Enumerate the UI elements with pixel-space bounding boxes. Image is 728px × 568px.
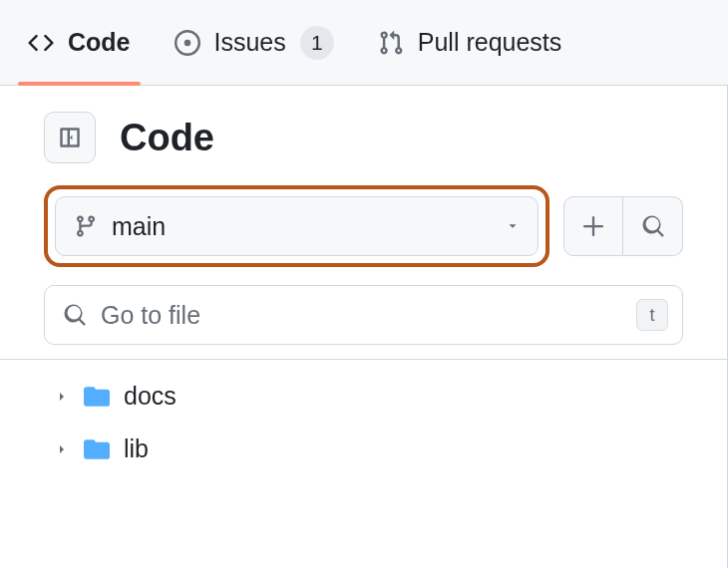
tab-code-label: Code xyxy=(68,28,131,57)
go-to-file-input[interactable]: Go to file t xyxy=(44,285,683,345)
tree-item-name: lib xyxy=(124,434,149,463)
action-button-group xyxy=(563,196,683,256)
tree-item-name: docs xyxy=(124,382,177,411)
search-icon xyxy=(63,303,87,327)
search-placeholder: Go to file xyxy=(101,301,622,330)
sidebar-toggle-button[interactable] xyxy=(44,112,96,163)
tab-pulls-label: Pull requests xyxy=(418,28,562,57)
chevron-right-icon xyxy=(54,389,70,405)
controls-row: main xyxy=(44,185,683,267)
tab-code[interactable]: Code xyxy=(22,0,137,85)
add-file-button[interactable] xyxy=(563,196,623,256)
issue-icon xyxy=(175,30,200,56)
tab-pull-requests[interactable]: Pull requests xyxy=(372,0,568,85)
folder-icon xyxy=(84,384,110,410)
folder-icon xyxy=(84,436,110,462)
tab-issues-label: Issues xyxy=(214,28,286,57)
chevron-right-icon xyxy=(54,441,70,457)
tree-item-folder[interactable]: docs xyxy=(0,370,727,423)
shortcut-key: t xyxy=(636,299,668,331)
tree-item-folder[interactable]: lib xyxy=(0,423,727,475)
issues-count-badge: 1 xyxy=(300,26,334,60)
branch-name: main xyxy=(112,212,492,241)
caret-down-icon xyxy=(506,219,520,233)
main-panel: Code main Go to file t docs xyxy=(0,86,728,568)
pull-request-icon xyxy=(378,30,404,56)
branch-icon xyxy=(74,214,98,238)
sidebar-collapse-icon xyxy=(57,125,83,150)
branch-highlight: main xyxy=(44,185,549,267)
branch-select-button[interactable]: main xyxy=(55,196,539,256)
code-icon xyxy=(28,30,54,56)
repo-tab-bar: Code Issues 1 Pull requests xyxy=(0,0,728,86)
search-button[interactable] xyxy=(623,196,683,256)
page-title: Code xyxy=(120,117,214,159)
header-row: Code xyxy=(44,112,683,163)
file-tree: docs lib xyxy=(0,359,727,485)
tab-issues[interactable]: Issues 1 xyxy=(169,0,340,85)
plus-icon xyxy=(581,214,605,238)
search-icon xyxy=(641,214,665,238)
